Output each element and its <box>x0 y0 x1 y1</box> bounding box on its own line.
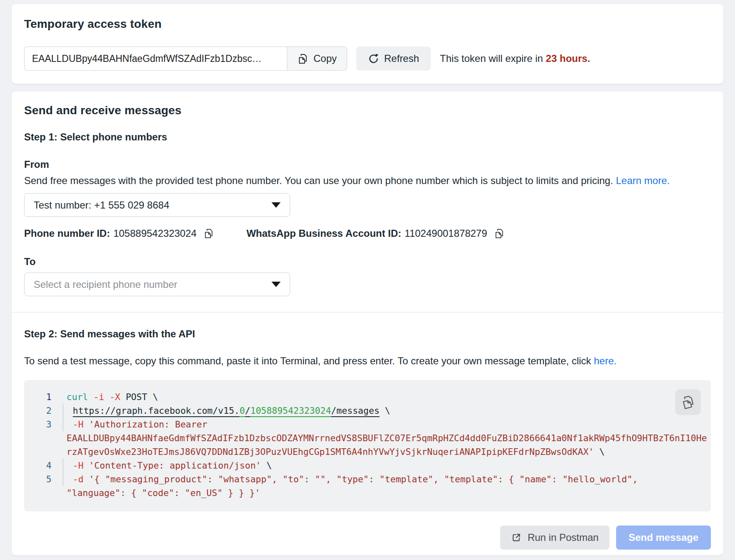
chevron-down-icon <box>271 202 281 208</box>
copy-icon <box>203 228 214 239</box>
code-line-number <box>46 445 63 459</box>
copy-icon <box>297 53 308 64</box>
token-expiry-text: This token will expire in 23 hours. <box>440 53 590 64</box>
step1-heading: Step 1: Select phone numbers <box>24 131 711 143</box>
copy-waba-id-button[interactable] <box>494 228 505 239</box>
indent-guide <box>63 404 67 418</box>
indent-guide <box>63 445 67 459</box>
refresh-button-label: Refresh <box>384 53 419 64</box>
code-row: 3-H 'Authorization: Bearer <box>24 418 711 431</box>
copy-token-button[interactable]: Copy <box>287 47 347 71</box>
code-line-number: 2 <box>46 404 63 418</box>
code-row: EAALLDUBpy44BAHNfaeGdmfWfSZAdIFzb1DzbscO… <box>24 431 711 445</box>
step2-description: To send a test message, copy this comman… <box>24 354 711 368</box>
token-group: EAALLDUBpy44BAHNfaeGdmfWfSZAdIFzb1Dzbsc…… <box>24 47 347 71</box>
token-row: EAALLDUBpy44BAHNfaeGdmfWfSZAdIFzb1Dzbsc…… <box>24 47 711 71</box>
copy-button-label: Copy <box>313 53 337 64</box>
indent-guide <box>63 418 67 431</box>
postman-button-label: Run in Postman <box>528 532 599 543</box>
from-label: From <box>24 159 711 170</box>
code-row: "language": { "code": "en_US" } } }' <box>24 486 711 500</box>
indent-guide <box>63 486 67 500</box>
send-receive-messages-card: Send and receive messages Step 1: Select… <box>12 91 723 555</box>
token-card-title: Temporary access token <box>24 17 711 31</box>
send-message-button[interactable]: Send message <box>616 526 711 550</box>
code-line-content: -d '{ "messaging_product": "whatsapp", "… <box>67 472 638 486</box>
waba-id: WhatsApp Business Account ID: 1102490018… <box>247 228 505 239</box>
code-row: 1curl -i -X POST \ <box>24 390 711 404</box>
external-link-icon <box>511 532 522 543</box>
code-line-number: 1 <box>46 390 63 404</box>
chevron-down-icon <box>271 282 281 287</box>
code-line-content: -H 'Authorization: Bearer <box>67 418 207 431</box>
copy-phone-id-button[interactable] <box>203 228 214 239</box>
from-number-selected-value: Test number: +1 555 029 8684 <box>34 199 169 211</box>
access-token-field[interactable]: EAALLDUBpy44BAHNfaeGdmfWfSZAdIFzb1Dzbsc… <box>24 47 287 71</box>
code-row: 2https://graph.facebook.com/v15.0/105889… <box>24 404 711 418</box>
code-line-content: EAALLDUBpy44BAHNfaeGdmfWfSZAdIFzb1DzbscO… <box>67 431 707 445</box>
refresh-icon <box>368 53 379 64</box>
copy-icon <box>494 228 505 239</box>
code-line-content: -H 'Content-Type: application/json' \ <box>67 459 272 472</box>
copy-code-button[interactable] <box>675 389 701 415</box>
actions-footer: Run in Postman Send message <box>24 526 711 550</box>
code-row: 5-d '{ "messaging_product": "whatsapp", … <box>24 472 711 486</box>
section-divider <box>12 312 723 312</box>
code-line-number: 3 <box>46 418 63 431</box>
here-link[interactable]: here. <box>594 355 617 366</box>
step2-heading: Step 2: Send messages with the API <box>24 328 711 340</box>
send-button-label: Send message <box>629 532 698 543</box>
recipient-number-select[interactable]: Select a recipient phone number <box>24 273 290 296</box>
code-line-number: 4 <box>46 459 63 472</box>
code-row: rzATgevOsWxe23HoTEJmsJ86VQ7DDNd1ZBj3OPuz… <box>24 445 711 459</box>
to-label: To <box>24 256 711 268</box>
from-number-select[interactable]: Test number: +1 555 029 8684 <box>24 193 290 217</box>
from-description: Send free messages with the provided tes… <box>24 174 711 187</box>
code-line-number <box>46 431 63 445</box>
copy-icon <box>681 395 695 409</box>
waba-id-value: 110249001878279 <box>404 228 487 239</box>
phone-number-id-label: Phone number ID: <box>24 228 110 239</box>
waba-id-label: WhatsApp Business Account ID: <box>247 228 401 239</box>
code-line-content: curl -i -X POST \ <box>67 390 158 404</box>
curl-code-block: 1curl -i -X POST \2https://graph.faceboo… <box>24 380 711 511</box>
indent-guide <box>63 431 67 445</box>
run-in-postman-button[interactable]: Run in Postman <box>500 526 609 550</box>
temporary-access-token-card: Temporary access token EAALLDUBpy44BAHNf… <box>12 4 723 84</box>
phone-number-id-value: 105889542323024 <box>113 228 197 239</box>
code-line-number <box>46 486 63 500</box>
indent-guide <box>63 390 67 404</box>
code-line-content: https://graph.facebook.com/v15.0/1058895… <box>67 404 390 418</box>
code-line-content: "language": { "code": "en_US" } } }' <box>67 486 260 500</box>
ids-row: Phone number ID: 105889542323024 WhatsAp… <box>24 228 711 239</box>
messages-card-title: Send and receive messages <box>24 104 711 117</box>
indent-guide <box>63 472 67 486</box>
indent-guide <box>63 459 67 472</box>
refresh-token-button[interactable]: Refresh <box>356 47 431 71</box>
code-row: 4-H 'Content-Type: application/json' \ <box>24 459 711 472</box>
code-lines: 1curl -i -X POST \2https://graph.faceboo… <box>24 390 711 500</box>
learn-more-link[interactable]: Learn more. <box>616 175 670 186</box>
token-expiry-value: 23 hours. <box>546 53 590 64</box>
recipient-select-placeholder: Select a recipient phone number <box>34 279 178 290</box>
phone-number-id: Phone number ID: 105889542323024 <box>24 228 214 239</box>
code-line-number: 5 <box>46 472 63 486</box>
access-token-value: EAALLDUBpy44BAHNfaeGdmfWfSZAdIFzb1Dzbsc… <box>32 53 261 64</box>
code-line-content: rzATgevOsWxe23HoTEJmsJ86VQ7DDNd1ZBj3OPuz… <box>67 445 604 459</box>
